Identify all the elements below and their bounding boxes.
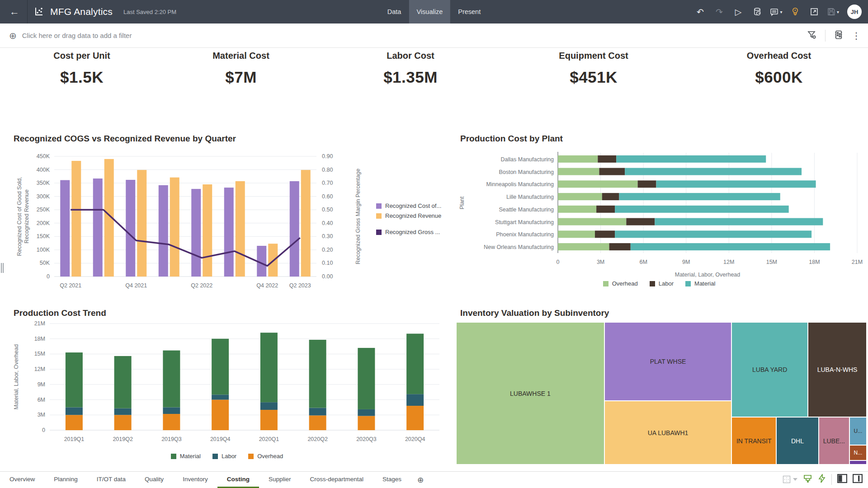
treemap-tile-n-[interactable]: N...	[849, 445, 867, 461]
treemap-tile-plat-whse[interactable]: PLAT WHSE	[604, 322, 731, 401]
canvas-tab-inventory[interactable]: Inventory	[173, 472, 217, 488]
bar-segment-material[interactable]	[616, 155, 766, 163]
bar-segment-overhead[interactable]	[558, 206, 596, 213]
add-filter-icon[interactable]: ⊕	[9, 30, 17, 41]
bar-cogs[interactable]	[191, 189, 201, 277]
bar-segment-labor[interactable]	[598, 155, 616, 163]
canvas-tab-overview[interactable]: Overview	[0, 472, 44, 488]
stack-segment-labor[interactable]	[309, 408, 326, 416]
canvas-tab-cross-departmental[interactable]: Cross-departmental	[300, 472, 373, 488]
bar-segment-labor[interactable]	[609, 243, 630, 250]
refresh-data-icon[interactable]	[750, 4, 765, 19]
stack-segment-labor[interactable]	[260, 402, 278, 410]
stack-segment-labor[interactable]	[163, 407, 180, 414]
treemap-tile-lube-[interactable]: LUBE...	[819, 417, 849, 465]
insights-bulb-icon[interactable]	[788, 4, 803, 19]
bar-segment-overhead[interactable]	[558, 180, 638, 188]
tab-data[interactable]: Data	[380, 0, 409, 23]
bar-revenue[interactable]	[71, 161, 81, 277]
comments-icon[interactable]: ▾	[769, 4, 784, 19]
tab-present[interactable]: Present	[450, 0, 488, 23]
legend-item-overhead[interactable]: Overhead	[248, 453, 283, 460]
kpi-overhead-cost[interactable]: Overhead Cost $600K	[698, 51, 860, 86]
kpi-labor-cost[interactable]: Labor Cost $1.35M	[329, 51, 492, 86]
canvas-layout-icon[interactable]	[782, 475, 797, 484]
stack-segment-material[interactable]	[309, 340, 326, 408]
bar-segment-labor[interactable]	[596, 206, 615, 213]
stack-segment-overhead[interactable]	[163, 414, 180, 430]
kpi-equipment-cost[interactable]: Equipment Cost $451K	[512, 51, 675, 86]
canvas-tab-planning[interactable]: Planning	[44, 472, 87, 488]
canvas-tab-itot-data[interactable]: IT/OT data	[87, 472, 135, 488]
legend-item-recognized-gross-[interactable]: Recognized Gross ...	[376, 229, 441, 235]
legend-item-overhead[interactable]: Overhead	[603, 280, 638, 287]
bar-segment-overhead[interactable]	[558, 155, 598, 163]
save-caret-icon[interactable]: ▾	[837, 9, 839, 14]
bar-cogs[interactable]	[224, 188, 234, 277]
bar-revenue[interactable]	[236, 181, 245, 277]
bar-segment-labor[interactable]	[595, 230, 615, 238]
legend-item-recognized-cost-of-[interactable]: Recognized Cost of...	[376, 202, 441, 209]
bar-segment-overhead[interactable]	[558, 168, 599, 175]
treemap-tile-luba-n-whs[interactable]: LUBA-N-WHS	[808, 322, 867, 417]
treemap-tile-luba-yard[interactable]: LUBA YARD	[731, 322, 808, 417]
stack-segment-labor[interactable]	[66, 407, 83, 415]
bar-segment-overhead[interactable]	[558, 230, 595, 238]
bar-segment-material[interactable]	[625, 168, 802, 175]
left-panel-toggle-icon[interactable]	[837, 474, 847, 485]
stack-segment-overhead[interactable]	[212, 400, 229, 430]
stack-segment-overhead[interactable]	[309, 415, 326, 430]
stack-segment-material[interactable]	[260, 333, 278, 402]
stack-segment-overhead[interactable]	[260, 410, 278, 430]
legend-item-material[interactable]: Material	[685, 280, 715, 287]
stack-segment-labor[interactable]	[114, 408, 132, 415]
combo-chart-cogs-revenue[interactable]: 00.0050K0.10100K0.20150K0.30200K0.40250K…	[11, 150, 373, 299]
stack-segment-overhead[interactable]	[406, 406, 424, 430]
stack-segment-material[interactable]	[212, 339, 229, 395]
treemap-tile-dhl[interactable]: DHL	[776, 417, 819, 465]
add-canvas-icon[interactable]: ⊕	[411, 472, 430, 488]
legend-item-labor[interactable]: Labor	[650, 280, 674, 287]
plant-cost-bar-chart[interactable]: 03M6M9M12M15M18M21MDallas ManufacturingB…	[456, 149, 863, 281]
bar-segment-material[interactable]	[631, 243, 830, 250]
bar-segment-material[interactable]	[619, 193, 780, 200]
auto-insights-bolt-icon[interactable]	[818, 474, 826, 485]
more-options-icon[interactable]: ⋮	[852, 30, 861, 41]
canvas-tab-costing[interactable]: Costing	[217, 472, 259, 488]
bar-cogs[interactable]	[126, 180, 135, 277]
bar-cogs[interactable]	[290, 181, 299, 277]
stack-segment-material[interactable]	[66, 352, 83, 407]
bar-segment-labor[interactable]	[626, 218, 655, 225]
bar-segment-material[interactable]	[655, 218, 823, 225]
bar-cogs[interactable]	[60, 180, 70, 277]
treemap-tile-in-transit[interactable]: IN TRANSIT	[731, 417, 776, 465]
treemap-tile[interactable]	[849, 460, 867, 465]
stack-segment-overhead[interactable]	[114, 415, 132, 430]
treemap-tile-ua-lubawh1[interactable]: UA LUBAWH1	[604, 401, 731, 465]
bar-segment-labor[interactable]	[638, 180, 656, 188]
stack-segment-material[interactable]	[163, 351, 180, 408]
right-panel-toggle-icon[interactable]	[853, 474, 863, 485]
bar-segment-labor[interactable]	[602, 193, 619, 200]
stack-segment-overhead[interactable]	[66, 415, 83, 430]
legend-item-labor[interactable]: Labor	[212, 453, 236, 460]
tab-visualize[interactable]: Visualize	[409, 0, 450, 23]
bar-revenue[interactable]	[301, 170, 311, 277]
bar-cogs[interactable]	[159, 185, 168, 277]
save-icon[interactable]: ▾	[826, 4, 841, 19]
bar-segment-overhead[interactable]	[558, 193, 602, 200]
stack-segment-material[interactable]	[406, 333, 424, 394]
stack-segment-material[interactable]	[358, 348, 375, 409]
canvas-properties-icon[interactable]	[834, 30, 844, 42]
bar-segment-overhead[interactable]	[558, 218, 626, 225]
stack-segment-labor[interactable]	[406, 394, 424, 406]
kpi-material-cost[interactable]: Material Cost $7M	[160, 51, 322, 86]
canvas-tab-quality[interactable]: Quality	[135, 472, 173, 488]
bar-revenue[interactable]	[203, 184, 212, 277]
stack-segment-labor[interactable]	[358, 409, 375, 416]
export-icon[interactable]	[807, 4, 822, 19]
canvas-tab-supplier[interactable]: Supplier	[259, 472, 301, 488]
run-icon[interactable]: ▷	[731, 4, 746, 19]
bar-segment-material[interactable]	[615, 206, 789, 213]
bar-segment-labor[interactable]	[599, 168, 625, 175]
